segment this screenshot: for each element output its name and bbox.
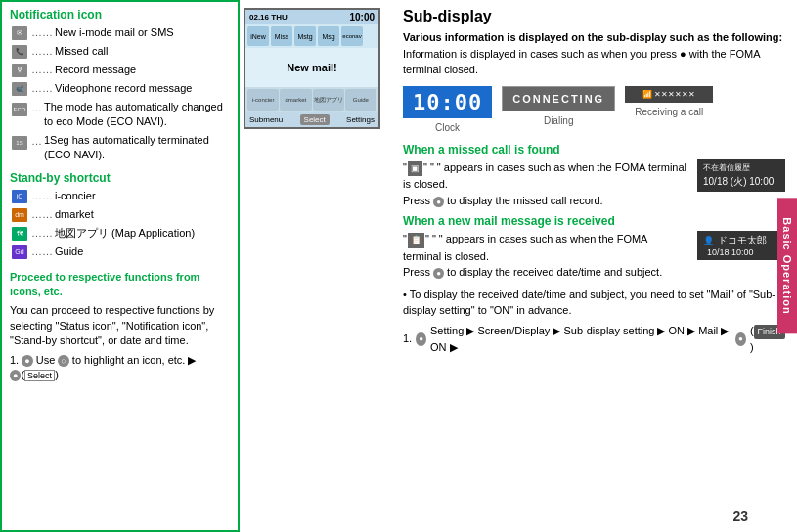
- intro-text: Various information is displayed on the …: [403, 29, 785, 78]
- page-title: Sub-display: [403, 8, 785, 25]
- videophone-icon: 📹: [10, 81, 29, 97]
- phone-icons-row: iNew Miss Mstg Msg econav: [245, 24, 378, 48]
- dialing-label: Dialing: [544, 115, 574, 126]
- shortcut-map: 地図アプリ: [313, 89, 344, 111]
- receiving-label: Receiving a call: [635, 107, 703, 117]
- notification-title: Notification icon: [10, 8, 230, 22]
- steps-section: 1. ● Setting ▶ Screen/Display ▶ Sub-disp…: [403, 323, 785, 356]
- bullet-section: • To display the received date/time and …: [403, 287, 785, 319]
- page-number: 23: [732, 509, 748, 524]
- missed-call-screen-title: 不在着信履歴: [703, 162, 779, 173]
- new-mail-text2: Press ● to display the received date/tim…: [403, 266, 662, 278]
- missed-icon: ▣: [408, 161, 422, 177]
- list-item: ECO … The mode has automatically changed…: [10, 100, 230, 130]
- phone-bottom-bar: Submenu Select Settings: [245, 112, 378, 127]
- missed-call-quote: "▣": [403, 161, 427, 173]
- missed-call-text1: " " appears in cases such as when the FO…: [403, 161, 686, 191]
- phone-panel: 02.16 THU 10:00 iNew Miss Mstg Msg econa…: [240, 0, 391, 532]
- receiving-icon-row: 📶 ✕✕✕✕✕✕: [642, 90, 695, 99]
- list-item: 🗺 …… 地図アプリ (Map Application): [10, 226, 230, 242]
- shortcut-guide: Guide: [345, 89, 376, 111]
- step-icon2: ●: [735, 332, 746, 346]
- receiving-x-icon: ✕✕✕✕✕✕: [654, 90, 695, 99]
- map-icon: 🗺: [10, 226, 29, 242]
- list-item: iC …… i-concier: [10, 189, 230, 204]
- new-mail-screen: 👤 ドコモ太郎 10/18 10:00: [697, 231, 785, 260]
- missed-call-icon: 📞: [10, 44, 29, 60]
- new-mail-date: 10/18 10:00: [703, 247, 779, 257]
- standby-title: Stand-by shortcut: [10, 171, 230, 185]
- side-tab: Basic Operation: [777, 198, 797, 333]
- connecting-display: CONNECTING: [502, 86, 615, 111]
- dialing-example: CONNECTING Dialing: [502, 86, 615, 126]
- step-row: 1. ● Setting ▶ Screen/Display ▶ Sub-disp…: [403, 323, 785, 356]
- display-examples: 10:00 Clock CONNECTING Dialing 📶 ✕✕✕✕✕✕ …: [403, 86, 785, 133]
- proceed-section: Proceed to respective functions from ico…: [10, 270, 230, 383]
- receiving-example: 📶 ✕✕✕✕✕✕ Receiving a call: [625, 86, 713, 117]
- phone-time-header: 10:00: [349, 12, 375, 22]
- phone-screen: 02.16 THU 10:00 iNew Miss Mstg Msg econa…: [244, 8, 380, 129]
- phone-mail-area: New mail!: [245, 48, 378, 87]
- receiving-display: 📶 ✕✕✕✕✕✕: [625, 86, 713, 103]
- clock-label: Clock: [435, 122, 460, 133]
- shortcut-dmarket: dmarket: [280, 89, 311, 111]
- list-item: Gd …… Guide: [10, 244, 230, 260]
- phone-icon-miss: Miss: [271, 26, 292, 46]
- new-mail-user-icon: 👤: [703, 236, 714, 245]
- phone-status-bar: 02.16 THU 10:00: [245, 10, 378, 24]
- missed-call-text: "▣" " " appears in cases such as when th…: [403, 159, 687, 209]
- record-message-icon: 🎙: [10, 63, 29, 78]
- new-mail-heading: When a new mail message is received: [403, 214, 785, 228]
- missed-call-screen-date: 10/18 (火) 10:00: [703, 175, 779, 189]
- missed-call-heading: When a missed call is found: [403, 143, 785, 156]
- seg-icon: 1S: [10, 135, 29, 151]
- phone-submenu: Submenu: [249, 115, 283, 124]
- phone-icon-msg: Msg: [318, 26, 339, 46]
- new-mail-icon: 📋: [408, 233, 424, 248]
- bullet-text: • To display the received date/time and …: [403, 288, 775, 317]
- phone-icon-mstg: Mstg: [294, 26, 316, 46]
- new-mail-section: "📋" " " appears in cases such as when th…: [403, 231, 785, 281]
- dmarket-icon: dm: [10, 207, 29, 223]
- intro-normal: Information is displayed in cases such a…: [403, 48, 760, 76]
- shortcut-iconcier: i-concier: [247, 89, 279, 111]
- step-icon1: ●: [416, 332, 426, 346]
- missed-call-screen: 不在着信履歴 10/18 (火) 10:00: [697, 159, 785, 192]
- phone-icon-eco: econav: [341, 26, 363, 46]
- clock-display: 10:00: [403, 86, 492, 118]
- right-panel: Sub-display Various information is displ…: [391, 0, 797, 532]
- missed-call-text2: Press ● to display the missed call recor…: [403, 195, 603, 206]
- eco-icon: ECO: [10, 102, 29, 117]
- phone-mail-notification: New mail!: [287, 62, 336, 73]
- standby-section: Stand-by shortcut iC …… i-concier dm …… …: [10, 171, 230, 260]
- list-item: 📹 …… Videophone record message: [10, 81, 230, 97]
- list-item: ✉ …… New i-mode mail or SMS: [10, 25, 230, 41]
- guide-icon: Gd: [10, 244, 29, 260]
- missed-call-section: "▣" " " appears in cases such as when th…: [403, 159, 785, 209]
- list-item: 📞 …… Missed call: [10, 44, 230, 60]
- list-item: 🎙 …… Record message: [10, 63, 230, 78]
- new-mail-text1: " " appears in cases such as when the FO…: [403, 233, 647, 262]
- phone-icon-inew: iNew: [247, 26, 269, 46]
- left-panel: Notification icon ✉ …… New i-mode mail o…: [0, 0, 240, 532]
- receiving-signal-icon: 📶: [642, 90, 652, 99]
- list-item: dm …… dmarket: [10, 207, 230, 223]
- phone-select: Select: [300, 114, 330, 125]
- standby-icon-list: iC …… i-concier dm …… dmarket 🗺 …… 地図アプリ…: [10, 189, 230, 260]
- phone-settings: Settings: [346, 115, 375, 124]
- new-mail-user-name: ドコモ太郎: [718, 234, 767, 247]
- clock-example: 10:00 Clock: [403, 86, 492, 133]
- phone-date: 02.16 THU: [249, 13, 288, 22]
- notification-icon-list: ✉ …… New i-mode mail or SMS 📞 …… Missed …: [10, 25, 230, 163]
- proceed-title: Proceed to respective functions from ico…: [10, 270, 230, 300]
- intro-bold: Various information is displayed on the …: [403, 31, 782, 43]
- step-number: 1.: [403, 331, 412, 347]
- proceed-text: You can proceed to respective functions …: [10, 303, 230, 348]
- proceed-step: 1. ● Use ○ to highlight an icon, etc. ▶ …: [10, 353, 230, 383]
- mail-icon: ✉: [10, 25, 29, 41]
- new-mail-text: "📋" " " appears in cases such as when th…: [403, 231, 687, 281]
- iconcier-icon: iC: [10, 189, 29, 204]
- new-mail-quote: "📋": [403, 233, 429, 244]
- step-text: Setting ▶ Screen/Display ▶ Sub-display s…: [430, 323, 731, 355]
- phone-shortcuts-row: i-concier dmarket 地図アプリ Guide: [245, 87, 378, 112]
